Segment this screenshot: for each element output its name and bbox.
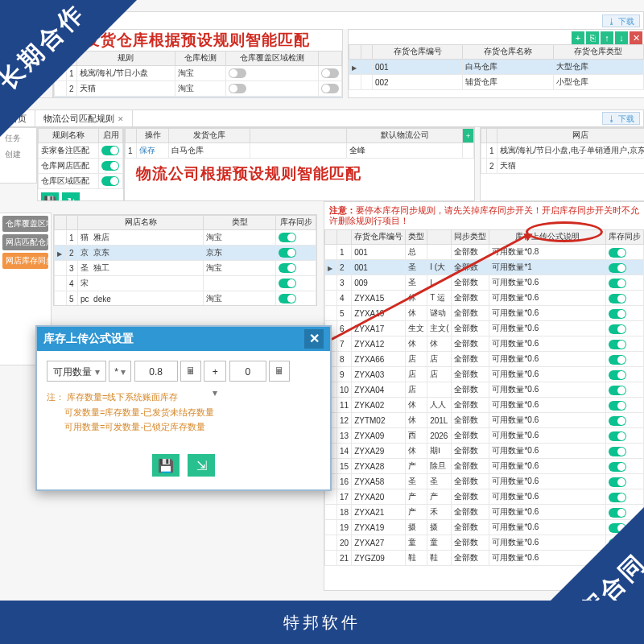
table-row[interactable]: 20 ZYXA27童童 全部数可用数量*0.6: [325, 535, 644, 551]
toggle-switch[interactable]: [609, 279, 626, 288]
op2-select[interactable]: +: [204, 361, 226, 382]
val2-input[interactable]: 0: [229, 361, 266, 382]
sidebar-btn-stock-sync[interactable]: 网店库存同步设置: [2, 69, 50, 85]
toggle-switch[interactable]: [229, 68, 246, 78]
table-row[interactable]: 7 ZYXA12休休 全部数可用数量*0.6: [325, 336, 644, 352]
table-row[interactable]: 15 ZYXA28产除旦 全部数可用数量*0.6: [325, 459, 644, 474]
val1-input[interactable]: 0.8: [134, 361, 178, 382]
toggle-switch[interactable]: [609, 248, 626, 258]
refresh-button[interactable]: ↻: [62, 192, 80, 201]
sidebar-btn-c3[interactable]: 网店库存同步设置: [2, 253, 48, 269]
table-row[interactable]: 16 ZYXA58圣圣 全部数可用数量*0.6: [325, 474, 644, 489]
toggle-switch[interactable]: [609, 401, 626, 411]
modal-save-button[interactable]: 💾: [152, 454, 180, 477]
table-row[interactable]: 卖家备注匹配: [39, 143, 123, 159]
side-task[interactable]: 任务: [5, 133, 31, 144]
table-row[interactable]: 001白马仓库大型仓库: [349, 60, 644, 75]
table-row[interactable]: 18 ZYXA21产禾 全部数可用数量*0.6: [325, 505, 644, 520]
table-row[interactable]: 1栈寓/海礼/节日小盘淘宝: [55, 66, 342, 81]
sidebar-btn-store-wh[interactable]: 指定网店仓库设置: [2, 51, 50, 67]
toggle-switch[interactable]: [101, 176, 119, 186]
toggle-switch[interactable]: [609, 462, 626, 472]
table-row[interactable]: 2天猫申通e物流: [481, 159, 645, 174]
side-create[interactable]: 创建: [5, 149, 31, 160]
sidebar-btn-c1[interactable]: 仓库覆盖区域设置: [2, 216, 48, 232]
table-row[interactable]: 8 ZYXA66店店 全部数可用数量*0.6: [325, 352, 644, 367]
toggle-switch[interactable]: [279, 248, 296, 258]
table-row[interactable]: 9 ZYXA03店店 全部数可用数量*0.6: [325, 367, 644, 382]
copy-button[interactable]: ⎘: [586, 31, 599, 44]
table-row[interactable]: 4 宋: [55, 276, 316, 291]
toggle-switch[interactable]: [101, 146, 119, 155]
table-row[interactable]: 3电子单销售通用户淘宝: [55, 97, 342, 99]
add-button[interactable]: +: [572, 31, 584, 44]
delete-button[interactable]: ✕: [630, 31, 642, 44]
table-row[interactable]: 1 猫 雅店淘宝: [55, 230, 316, 246]
table-row[interactable]: 12 ZYTM02休201L 全部数可用数量*0.6: [325, 413, 644, 428]
up-button[interactable]: ↑: [601, 31, 613, 44]
toggle-switch[interactable]: [279, 263, 296, 273]
toggle-switch[interactable]: [609, 263, 626, 273]
qty-type-select[interactable]: 可用数量: [47, 361, 106, 382]
tab-logistics-rule[interactable]: 物流公司匹配规则✕: [35, 109, 133, 127]
table-row[interactable]: 5 ZYXA19休谜动 全部数可用数量*0.6: [325, 306, 644, 321]
download-button[interactable]: ⭳ 下载: [602, 14, 640, 27]
table-row[interactable]: 002辅货仓库小型仓库: [349, 75, 644, 90]
tab-home[interactable]: 首页: [1, 109, 35, 127]
toggle-switch[interactable]: [609, 508, 626, 518]
toggle-switch[interactable]: [279, 294, 296, 303]
download-button-2[interactable]: ⭳ 下载: [602, 112, 640, 125]
table-row[interactable]: 14 ZYXA29休期Ⅰ 全部数可用数量*0.6: [325, 444, 644, 459]
toggle-switch[interactable]: [609, 294, 626, 303]
toggle-switch[interactable]: [609, 493, 626, 502]
toggle-switch[interactable]: [229, 84, 246, 93]
table-row[interactable]: 1栈寓/海礼/节日小盘,电子单销通用户,京东测试顺丰快递: [481, 143, 645, 159]
table-row[interactable]: 17 ZYXA20产产 全部数可用数量*0.6: [325, 489, 644, 505]
toggle-switch[interactable]: [279, 233, 296, 242]
toggle-switch[interactable]: [609, 340, 626, 349]
close-icon[interactable]: ✕: [118, 115, 124, 123]
table-row[interactable]: 2天猫淘宝: [55, 81, 342, 97]
toggle-switch[interactable]: [609, 523, 626, 533]
sidebar-btn-c2[interactable]: 网店匹配仓库设置: [2, 234, 48, 250]
table-row[interactable]: 6 ZYXA17生文主文( 全部数可用数量*0.6: [325, 321, 644, 336]
toggle-switch[interactable]: [321, 68, 339, 78]
table-row[interactable]: 1 001总 全部数可用数量*0.8: [325, 245, 644, 260]
table-row[interactable]: 仓库网店匹配: [39, 159, 123, 174]
toggle-switch[interactable]: [279, 279, 296, 288]
row-save-link[interactable]: 保存: [139, 146, 155, 155]
calculator-icon-2[interactable]: 🖩: [269, 361, 290, 382]
toggle-switch[interactable]: [609, 309, 626, 319]
sidebar-btn-wh-area[interactable]: 仓库覆盖区域设置: [2, 32, 50, 48]
toggle-switch[interactable]: [609, 539, 626, 548]
toggle-switch[interactable]: [609, 447, 626, 456]
toggle-switch[interactable]: [609, 416, 626, 426]
calculator-icon[interactable]: 🖩: [180, 361, 201, 382]
table-row[interactable]: 2 京 京东京东: [55, 246, 316, 261]
table-row[interactable]: 2 001圣I (大 全部数可用数量*1: [325, 260, 644, 275]
table-row[interactable]: 4 ZYXA15休T 运 全部数可用数量*0.6: [325, 291, 644, 306]
table-row[interactable]: 5 pc deke淘宝: [55, 291, 316, 307]
table-row[interactable]: 3 009圣I 全部数可用数量*0.6: [325, 275, 644, 291]
save-button[interactable]: 💾: [41, 192, 59, 201]
table-row[interactable]: 13 ZYXA09西2026 全部数可用数量*0.6: [325, 428, 644, 444]
toggle-switch[interactable]: [101, 161, 119, 171]
toggle-switch[interactable]: [609, 431, 626, 441]
toggle-switch[interactable]: [609, 355, 626, 365]
toggle-switch[interactable]: [609, 477, 626, 487]
table-row[interactable]: 11 ZYKA02休人人 全部数可用数量*0.6: [325, 398, 644, 413]
toggle-switch[interactable]: [321, 84, 339, 93]
toggle-switch[interactable]: [609, 554, 626, 564]
toggle-switch[interactable]: [609, 370, 626, 380]
table-row[interactable]: 10 ZYXA04店 全部数可用数量*0.6: [325, 382, 644, 398]
table-row[interactable]: 3 圣 独工淘宝: [55, 261, 316, 276]
modal-close-button[interactable]: ✕: [304, 329, 324, 349]
modal-export-button[interactable]: ⇲: [188, 454, 215, 477]
toggle-switch[interactable]: [609, 386, 626, 395]
toggle-switch[interactable]: [609, 324, 626, 334]
down-button[interactable]: ↓: [615, 31, 628, 44]
table-row[interactable]: 仓库区域匹配: [39, 174, 123, 189]
op1-select[interactable]: *: [109, 361, 131, 382]
table-row[interactable]: 19 ZYXA19摄摄 全部数可用数量*0.6: [325, 520, 644, 535]
table-row[interactable]: 21 ZYGZ09鞋鞋 全部数可用数量*0.6: [325, 551, 644, 566]
